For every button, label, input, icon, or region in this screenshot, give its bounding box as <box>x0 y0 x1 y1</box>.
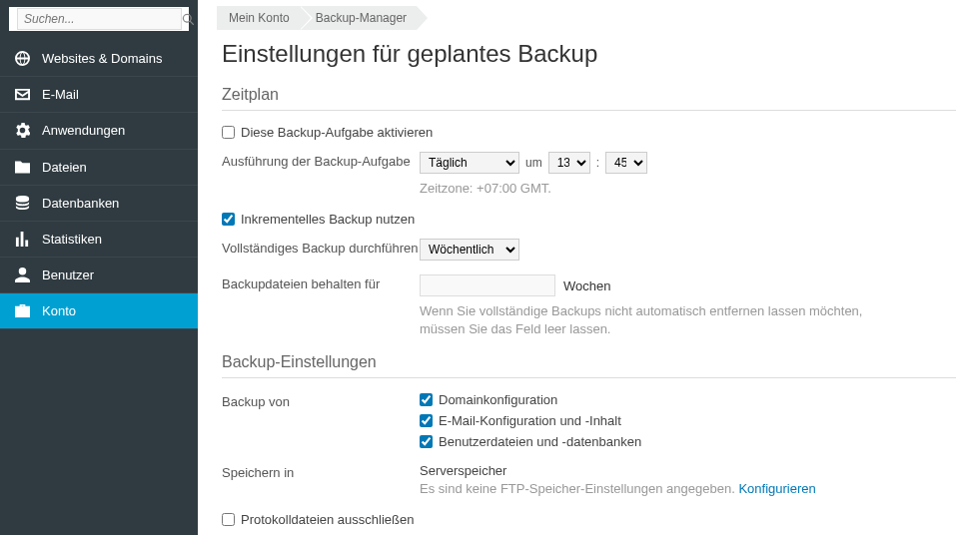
backup-from-label: Backup von <box>222 392 420 411</box>
breadcrumb-item[interactable]: Backup-Manager <box>300 6 417 30</box>
hour-select[interactable]: 13 <box>548 152 590 174</box>
keep-label: Backupdateien behalten für <box>222 274 420 293</box>
sidebar-item-label: Dateien <box>42 160 87 175</box>
store-in-value: Serverspeicher <box>420 463 956 478</box>
database-icon <box>14 195 30 211</box>
main-content: Mein Konto Backup-Manager Einstellungen … <box>198 0 980 535</box>
incremental-label[interactable]: Inkrementelles Backup nutzen <box>241 212 415 227</box>
sidebar-item-label: Statistiken <box>42 232 102 247</box>
sidebar-item-applications[interactable]: Anwendungen <box>0 112 198 148</box>
breadcrumb: Mein Konto Backup-Manager <box>217 6 956 30</box>
search-input[interactable] <box>17 8 182 30</box>
search-box <box>9 7 189 31</box>
briefcase-icon <box>14 302 30 318</box>
sidebar-item-account[interactable]: Konto <box>0 292 198 328</box>
incremental-checkbox[interactable] <box>222 213 235 226</box>
exclude-logs-label[interactable]: Protokolldateien ausschließen <box>241 512 414 527</box>
full-backup-select[interactable]: Wöchentlich <box>420 239 519 261</box>
domain-cfg-label[interactable]: Domainkonfiguration <box>439 392 557 407</box>
user-files-checkbox[interactable] <box>420 435 433 448</box>
mail-cfg-label[interactable]: E-Mail-Konfiguration und -Inhalt <box>439 413 621 428</box>
minute-select[interactable]: 45 <box>605 152 647 174</box>
keep-input[interactable] <box>420 274 555 296</box>
breadcrumb-item[interactable]: Mein Konto <box>217 6 300 30</box>
sidebar-item-label: E-Mail <box>42 87 79 102</box>
section-title-schedule: Zeitplan <box>222 86 956 111</box>
at-text: um <box>525 156 542 170</box>
sidebar-item-databases[interactable]: Datenbanken <box>0 185 198 221</box>
configure-link[interactable]: Konfigurieren <box>738 481 815 496</box>
sidebar-item-statistics[interactable]: Statistiken <box>0 221 198 257</box>
sidebar-item-email[interactable]: E-Mail <box>0 76 198 112</box>
sidebar-item-label: Websites & Domains <box>42 51 162 66</box>
store-in-label: Speichern in <box>222 463 420 482</box>
keep-hint: Wenn Sie vollständige Backups nicht auto… <box>420 302 879 338</box>
sidebar-item-files[interactable]: Dateien <box>0 149 198 185</box>
sidebar-item-label: Datenbanken <box>42 196 119 211</box>
domain-cfg-checkbox[interactable] <box>420 393 433 406</box>
gear-icon <box>14 123 30 139</box>
frequency-select[interactable]: Täglich <box>420 152 519 174</box>
user-files-label[interactable]: Benutzerdateien und -datenbanken <box>439 434 641 449</box>
activate-checkbox[interactable] <box>222 126 235 139</box>
page-title: Einstellungen für geplantes Backup <box>222 40 956 68</box>
stats-icon <box>14 232 30 248</box>
globe-icon <box>14 50 30 66</box>
activate-label[interactable]: Diese Backup-Aufgabe aktivieren <box>241 125 433 140</box>
sidebar-item-label: Konto <box>42 303 76 318</box>
sidebar: Websites & Domains E-Mail Anwendungen Da… <box>0 0 198 535</box>
mail-icon <box>14 87 30 103</box>
section-title-backup: Backup-Einstellungen <box>222 353 956 378</box>
run-label: Ausführung der Backup-Aufgabe <box>222 152 420 171</box>
folder-icon <box>14 159 30 175</box>
store-hint-text: Es sind keine FTP-Speicher-Einstellungen… <box>420 481 738 496</box>
colon: : <box>596 156 599 170</box>
mail-cfg-checkbox[interactable] <box>420 414 433 427</box>
timezone-hint: Zeitzone: +07:00 GMT. <box>420 180 956 198</box>
exclude-logs-checkbox[interactable] <box>222 513 235 526</box>
sidebar-item-websites[interactable]: Websites & Domains <box>0 40 198 76</box>
user-icon <box>14 268 30 283</box>
search-icon[interactable] <box>182 13 195 26</box>
keep-unit: Wochen <box>563 278 610 293</box>
sidebar-item-users[interactable]: Benutzer <box>0 257 198 292</box>
full-backup-label: Vollständiges Backup durchführen <box>222 239 420 258</box>
sidebar-item-label: Benutzer <box>42 268 94 282</box>
sidebar-item-label: Anwendungen <box>42 123 125 138</box>
